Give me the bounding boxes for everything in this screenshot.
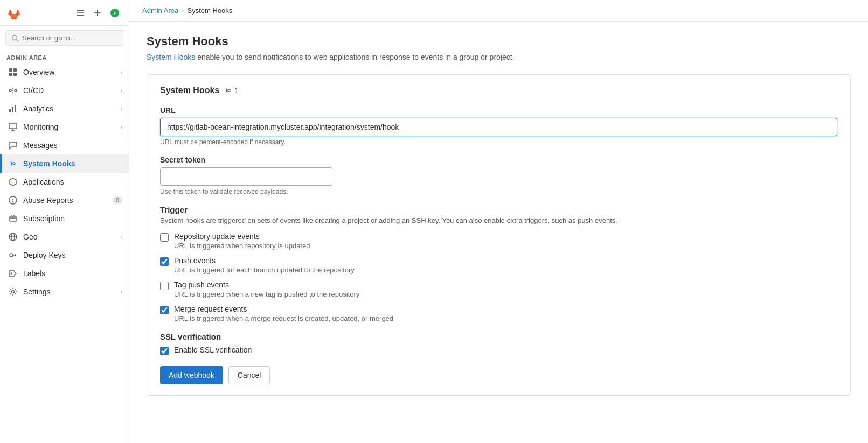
svg-rect-0 — [77, 10, 84, 11]
url-label: URL — [160, 106, 837, 115]
breadcrumb-current: System Hooks — [188, 6, 233, 15]
ssl-checkbox-label[interactable]: Enable SSL verification — [174, 346, 252, 354]
sidebar-item-geo[interactable]: Geo › — [0, 228, 129, 246]
sidebar-item-monitoring[interactable]: Monitoring › — [0, 118, 129, 136]
svg-rect-10 — [13, 73, 17, 76]
hook-count-number: 1 — [234, 86, 239, 95]
svg-point-26 — [12, 291, 15, 293]
chevron-right-icon: › — [120, 87, 122, 94]
add-webhook-button[interactable]: Add webhook — [160, 366, 223, 384]
user-icon-button[interactable]: ✦ — [107, 5, 122, 20]
url-hint: URL must be percent-encoded if necessary… — [160, 138, 837, 146]
sidebar-item-geo-label: Geo — [23, 233, 115, 241]
sidebar-item-abuse-reports[interactable]: Abuse Reports 0 — [0, 191, 129, 209]
admin-area-label: Admin Area — [0, 50, 129, 63]
subtitle-text: enable you to send notifications to web … — [195, 53, 514, 61]
sidebar: ✦ Search or go to... Admin Area Overview… — [0, 0, 129, 443]
secret-token-hint: Use this token to validate received payl… — [160, 188, 837, 195]
sidebar-top-bar: ✦ — [0, 0, 129, 26]
svg-rect-2 — [77, 15, 84, 16]
main-content: Admin Area › System Hooks System Hooks S… — [129, 0, 868, 443]
svg-rect-8 — [13, 68, 17, 72]
labels-icon — [8, 269, 18, 278]
svg-line-6 — [17, 39, 19, 41]
abuse-reports-icon — [8, 195, 18, 205]
svg-rect-13 — [9, 109, 11, 112]
ssl-verification-checkbox[interactable] — [160, 347, 169, 355]
repository-update-label[interactable]: Repository update events — [174, 232, 310, 241]
sidebar-item-settings-label: Settings — [23, 287, 115, 296]
sidebar-item-system-hooks[interactable]: System Hooks — [0, 154, 129, 173]
deploy-keys-icon — [8, 250, 18, 260]
sidebar-item-applications[interactable]: Applications — [0, 173, 129, 191]
sidebar-toggle-button[interactable] — [73, 5, 88, 20]
chevron-right-icon: › — [120, 124, 122, 130]
page-subtitle: System Hooks enable you to send notifica… — [147, 53, 851, 61]
cancel-button[interactable]: Cancel — [228, 366, 270, 384]
svg-text:✦: ✦ — [113, 11, 117, 16]
monitoring-icon — [8, 122, 18, 132]
sidebar-item-overview-label: Overview — [23, 68, 115, 76]
button-row: Add webhook Cancel — [160, 366, 837, 384]
new-item-button[interactable] — [90, 5, 105, 20]
sidebar-item-deploy-keys[interactable]: Deploy Keys — [0, 246, 129, 264]
tag-push-events-desc: URL is triggered when a new tag is pushe… — [174, 290, 359, 298]
checkbox-repository-update: Repository update events URL is triggere… — [160, 232, 837, 250]
secret-token-input[interactable] — [160, 167, 332, 186]
sidebar-item-subscription-label: Subscription — [23, 214, 122, 223]
sidebar-item-cicd[interactable]: CI/CD › — [0, 81, 129, 100]
url-input[interactable] — [160, 118, 837, 136]
card-header: System Hooks 1 — [160, 86, 837, 95]
svg-point-20 — [12, 201, 13, 202]
subscription-icon — [8, 214, 18, 223]
trigger-desc: System hooks are triggered on sets of ev… — [160, 216, 837, 224]
abuse-reports-badge: 0 — [113, 196, 122, 204]
search-placeholder: Search or go to... — [22, 34, 76, 42]
top-bar-icons: ✦ — [73, 5, 122, 20]
page-content: System Hooks System Hooks enable you to … — [129, 22, 868, 409]
sidebar-item-analytics[interactable]: Analytics › — [0, 100, 129, 118]
repository-update-desc: URL is triggered when repository is upda… — [174, 242, 310, 250]
sidebar-item-subscription[interactable]: Subscription — [0, 209, 129, 228]
page-title: System Hooks — [147, 34, 851, 48]
merge-request-events-label[interactable]: Merge request events — [174, 305, 393, 313]
sidebar-item-settings[interactable]: Settings › — [0, 283, 129, 301]
svg-marker-18 — [9, 178, 17, 186]
search-icon — [11, 34, 19, 42]
push-events-checkbox[interactable] — [160, 257, 169, 266]
push-events-label[interactable]: Push events — [174, 256, 355, 265]
applications-icon — [8, 177, 18, 187]
breadcrumb-separator: › — [182, 6, 184, 15]
sidebar-item-messages[interactable]: Messages — [0, 136, 129, 154]
svg-point-12 — [15, 89, 17, 92]
system-hooks-link[interactable]: System Hooks — [147, 53, 195, 61]
sidebar-item-labels[interactable]: Labels — [0, 264, 129, 283]
sidebar-item-applications-label: Applications — [23, 178, 122, 186]
cicd-icon — [8, 86, 18, 95]
sidebar-item-monitoring-label: Monitoring — [23, 123, 115, 131]
chevron-right-icon: › — [120, 234, 122, 240]
tag-push-events-checkbox[interactable] — [160, 282, 169, 290]
svg-rect-7 — [9, 68, 12, 72]
system-hooks-icon — [8, 159, 18, 168]
messages-icon — [8, 140, 18, 150]
search-box[interactable]: Search or go to... — [5, 30, 123, 46]
breadcrumb-parent-link[interactable]: Admin Area — [142, 6, 178, 15]
hook-count: 1 — [224, 86, 239, 95]
overview-icon — [8, 67, 18, 77]
repository-update-checkbox[interactable] — [160, 233, 169, 242]
svg-rect-21 — [10, 216, 16, 221]
sidebar-item-labels-label: Labels — [23, 269, 122, 278]
tag-push-events-label[interactable]: Tag push events — [174, 280, 359, 289]
svg-rect-9 — [9, 73, 12, 76]
merge-request-events-checkbox[interactable] — [160, 306, 169, 314]
svg-point-17 — [13, 163, 15, 165]
url-form-group: URL URL must be percent-encoded if neces… — [160, 106, 837, 146]
svg-rect-14 — [12, 107, 13, 112]
svg-point-25 — [11, 273, 12, 274]
sidebar-item-overview[interactable]: Overview › — [0, 63, 129, 81]
sidebar-item-abuse-reports-label: Abuse Reports — [23, 196, 107, 205]
gitlab-logo-icon[interactable] — [6, 5, 22, 20]
sidebar-item-messages-label: Messages — [23, 141, 122, 150]
sidebar-item-deploy-keys-label: Deploy Keys — [23, 251, 122, 259]
